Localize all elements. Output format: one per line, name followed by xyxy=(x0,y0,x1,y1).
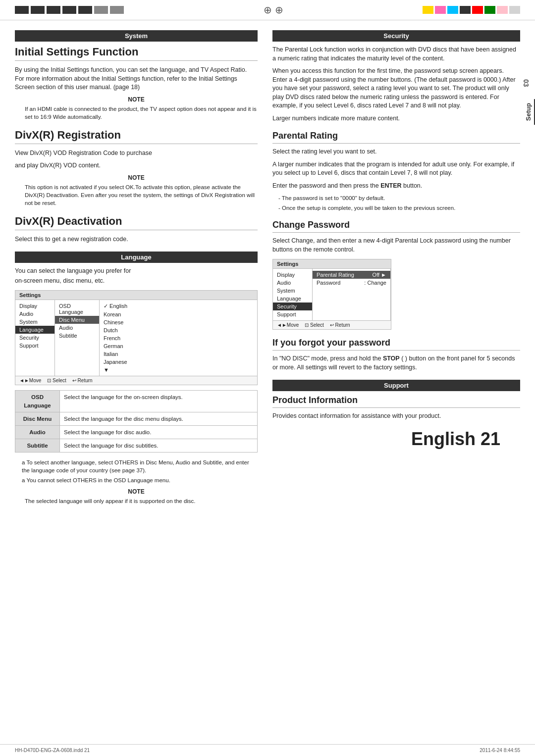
parental-value: Off ► xyxy=(373,272,386,278)
parental-desc1: Select the rating level you want to set. xyxy=(272,148,520,156)
option-chinese: Chinese xyxy=(100,318,257,326)
main-content: System Initial Settings Function By usin… xyxy=(0,20,535,523)
option-japanese: Japanese xyxy=(100,358,257,366)
block-2 xyxy=(31,6,45,14)
nav-move: ◄►Move xyxy=(19,378,41,383)
block-6 xyxy=(94,6,108,14)
initial-settings-desc: By using the Initial Settings function, … xyxy=(15,66,258,92)
settings-menu-2: Display Audio System Language Security S… xyxy=(273,269,313,320)
settings-mockup-right: Settings Display Audio System Language S… xyxy=(272,259,391,330)
bullet-list: To select another language, select OTHER… xyxy=(22,458,258,484)
color-blue xyxy=(447,6,458,14)
block-4 xyxy=(62,6,76,14)
table-row: Subtitle Select the language for disc su… xyxy=(15,439,258,452)
settings-mockup: Settings Display Audio System Language S… xyxy=(15,290,258,385)
note-label-2: NOTE xyxy=(15,174,258,181)
language-section: You can select the language you prefer f… xyxy=(15,267,258,505)
menu-display: Display xyxy=(15,302,54,310)
color-lightpink xyxy=(497,6,508,14)
settings-submenu-2: Parental Rating Off ► Password : Change xyxy=(313,269,391,320)
block-5 xyxy=(78,6,92,14)
option-more: ▼ xyxy=(100,366,257,374)
menu2-display: Display xyxy=(273,271,312,279)
nav2-return: ↩ Return xyxy=(330,322,350,328)
block-1 xyxy=(15,6,29,14)
color-green xyxy=(484,6,495,14)
dash-item-1: The password is set to "0000" by default… xyxy=(272,194,520,202)
password-value: : Change xyxy=(364,280,386,286)
language-desc1: You can select the language you prefer f… xyxy=(15,267,258,276)
top-bar-center: ⊕ ⊕ xyxy=(264,4,283,16)
divxd-title: DivX(R) Deactivation xyxy=(15,215,258,230)
note-label-1: NOTE xyxy=(15,96,258,103)
submenu2-parental: Parental Rating Off ► xyxy=(313,271,390,279)
table-row: Disc Menu Select the language for the di… xyxy=(15,412,258,425)
system-header: System xyxy=(15,30,258,42)
forgot-title: If you forgot your password xyxy=(272,338,520,351)
bullet-item-2: You cannot select OTHERS in the OSD Lang… xyxy=(22,476,258,484)
parental-rating-section: Parental Rating Select the rating level … xyxy=(272,131,520,212)
divxr-title: DivX(R) Registration xyxy=(15,129,258,144)
submenu-osd: OSD Language xyxy=(55,302,99,316)
settings-options: English Korean Chinese Dutch French Germ… xyxy=(100,300,257,376)
english-page-number: English 21 xyxy=(272,429,520,450)
product-info-section: Product Information Provides contact inf… xyxy=(272,395,520,421)
disc-menu-desc: Select the language for the disc menu di… xyxy=(60,412,258,425)
security-header: Security xyxy=(272,30,520,42)
right-column: Security The Parental Lock function work… xyxy=(272,30,520,513)
product-info-title: Product Information xyxy=(272,395,520,408)
note-1: If an HDMI cable is connected to the pro… xyxy=(25,105,258,121)
divxd-desc: Select this to get a new registration co… xyxy=(15,235,258,244)
table-row: Audio Select the language for disc audio… xyxy=(15,425,258,439)
divxr-desc2: and play DivX(R) VOD content. xyxy=(15,161,258,170)
product-info-desc: Provides contact information for assista… xyxy=(272,412,520,421)
submenu2-password: Password : Change xyxy=(313,279,390,287)
note-label-3: NOTE xyxy=(15,488,258,495)
top-bar: ⊕ ⊕ xyxy=(0,0,535,20)
password-label: Password xyxy=(317,280,340,286)
option-korean: Korean xyxy=(100,310,257,318)
osd-language-label: OSD Language xyxy=(15,391,60,412)
parental-dash-list: The password is set to "0000" by default… xyxy=(272,194,520,212)
footer-right: 2011-6-24 8:44:55 xyxy=(480,748,520,753)
settings-menu: Display Audio System Language Security S… xyxy=(15,300,55,376)
security-desc3: Larger numbers indicate more mature cont… xyxy=(272,114,520,123)
settings-title-2: Settings xyxy=(273,259,391,269)
nav-select: ⊡ Select xyxy=(47,378,66,383)
block-7 xyxy=(110,6,124,14)
language-table: OSD Language Select the language for the… xyxy=(15,390,258,452)
parental-label: Parental Rating xyxy=(317,272,354,278)
menu-language: Language xyxy=(15,326,54,334)
change-password-title: Change Password xyxy=(272,220,520,233)
nav-return: ↩ Return xyxy=(72,378,93,383)
note-3: The selected language will only appear i… xyxy=(25,497,258,505)
cross-mark-left: ⊕ xyxy=(264,4,272,16)
subtitle-desc: Select the language for disc subtitles. xyxy=(60,439,258,452)
security-desc2: When you access this function for the fi… xyxy=(272,67,520,110)
submenu-disc: Disc Menu xyxy=(55,316,99,324)
audio-label: Audio xyxy=(15,425,60,439)
settings-body: Display Audio System Language Security S… xyxy=(15,300,257,376)
note-2: This option is not activated if you sele… xyxy=(25,183,258,207)
settings-nav-2: ◄►Move ⊡ Select ↩ Return xyxy=(273,320,391,329)
security-section: The Parental Lock function works in conj… xyxy=(272,46,520,123)
forgot-password-section: If you forgot your password In "NO DISC"… xyxy=(272,338,520,372)
disc-menu-label: Disc Menu xyxy=(15,412,60,425)
osd-language-desc: Select the language for the on-screen di… xyxy=(60,391,258,412)
divxr-desc1: View DivX(R) VOD Registration Code to pu… xyxy=(15,149,258,158)
nav2-select: ⊡ Select xyxy=(305,322,324,328)
color-lightgray xyxy=(509,6,520,14)
settings-body-2: Display Audio System Language Security S… xyxy=(273,269,391,320)
menu2-language: Language xyxy=(273,295,312,302)
settings-submenu: OSD Language Disc Menu Audio Subtitle xyxy=(55,300,100,376)
block-3 xyxy=(47,6,60,14)
menu-audio: Audio xyxy=(15,310,54,318)
support-header: Support xyxy=(272,380,520,391)
option-german: German xyxy=(100,342,257,350)
color-red xyxy=(472,6,483,14)
footer-left: HH-D470D-ENG-ZA-0608.indd 21 xyxy=(15,748,90,753)
parental-desc2: A larger number indicates that the progr… xyxy=(272,160,520,178)
top-bar-left-blocks xyxy=(15,6,124,14)
table-row: OSD Language Select the language for the… xyxy=(15,391,258,412)
language-header: Language xyxy=(15,252,258,263)
